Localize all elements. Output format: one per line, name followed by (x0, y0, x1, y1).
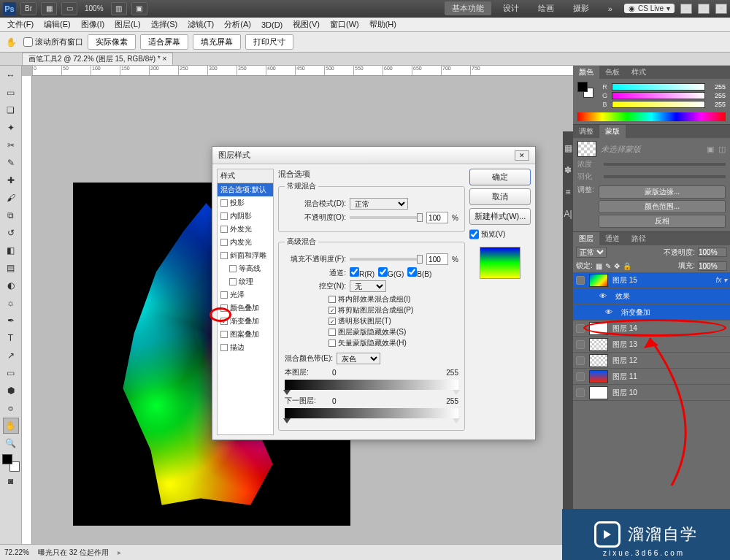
eraser-tool-icon[interactable]: ◧ (3, 242, 19, 258)
blur-tool-icon[interactable]: ◐ (3, 277, 19, 294)
maximize-button[interactable]: □ (698, 4, 710, 14)
ribbon-swatch-icon[interactable]: ▦ (564, 143, 572, 153)
color-swatch[interactable] (577, 82, 593, 98)
layer-thumb[interactable] (589, 370, 608, 383)
style-pattern-overlay[interactable]: 图案叠加 (218, 328, 273, 341)
status-zoom[interactable]: 72.22% (4, 548, 29, 556)
stamp-tool-icon[interactable]: ⧉ (3, 207, 19, 223)
type-tool-icon[interactable]: T (3, 330, 19, 346)
scroll-all-windows-check[interactable]: 滚动所有窗口 (23, 37, 83, 47)
menu-image[interactable]: 图像(I) (77, 18, 109, 31)
vector-mask-hide-check[interactable]: 矢量蒙版隐藏效果(H) (328, 338, 458, 348)
tab-paths[interactable]: 路径 (626, 232, 652, 245)
layer-row[interactable]: 图层 12 (573, 353, 730, 369)
style-gradient-overlay[interactable]: ✓渐变叠加 (218, 315, 273, 328)
cslive-button[interactable]: ◉CS Live▾ (624, 4, 675, 13)
fg-bg-swatch[interactable] (2, 454, 20, 472)
blend-interior-check[interactable]: 将内部效果混合成组(I) (328, 294, 458, 304)
fill-opacity-value[interactable] (426, 253, 448, 265)
minimize-button[interactable]: – (680, 4, 692, 14)
opacity-value[interactable] (426, 212, 448, 223)
r-value[interactable]: 255 (708, 83, 726, 91)
tab-adjust[interactable]: 调整 (573, 125, 599, 138)
path-tool-icon[interactable]: ↗ (3, 348, 19, 364)
ribbon-brush-icon[interactable]: ✽ (564, 165, 572, 175)
style-outer-glow[interactable]: 外发光 (218, 223, 273, 236)
3d-tool-icon[interactable]: ⬢ (3, 383, 19, 399)
visibility-icon[interactable] (576, 356, 585, 365)
layer-thumb[interactable] (589, 322, 608, 335)
b-slider[interactable] (612, 101, 705, 108)
brush-tool-icon[interactable]: 🖌 (3, 190, 19, 206)
ok-button[interactable]: 确定 (469, 169, 531, 185)
hand-tool-icon-2[interactable]: ✋ (3, 418, 19, 434)
vector-mask-icon[interactable]: ◫ (718, 145, 726, 154)
opacity-input[interactable] (698, 248, 727, 257)
wand-tool-icon[interactable]: ✦ (3, 120, 19, 136)
menu-select[interactable]: 选择(S) (147, 18, 182, 31)
mask-thumb[interactable] (577, 141, 596, 157)
workspace-more-icon[interactable]: » (601, 3, 620, 15)
layer-thumb[interactable] (589, 386, 608, 399)
lock-paint-icon[interactable]: ✎ (605, 262, 611, 270)
tab-layers[interactable]: 图层 (573, 232, 599, 245)
new-style-button[interactable]: 新建样式(W)... (469, 208, 531, 225)
preview-check[interactable]: 预览(V) (469, 229, 531, 239)
close-button[interactable]: ✕ (715, 4, 727, 14)
workspace-paint[interactable]: 绘画 (531, 1, 561, 15)
visibility-icon[interactable] (576, 324, 585, 333)
color-range-button[interactable]: 颜色范围... (599, 200, 726, 213)
crop-tool-icon[interactable]: ✂ (3, 137, 19, 153)
menu-help[interactable]: 帮助(H) (365, 18, 401, 31)
style-color-overlay[interactable]: 颜色叠加 (218, 302, 273, 315)
style-stroke[interactable]: 描边 (218, 341, 273, 354)
layer-row[interactable]: 图层 11 (573, 369, 730, 385)
menu-layer[interactable]: 图层(L) (110, 18, 145, 31)
print-size-button[interactable]: 打印尺寸 (245, 34, 293, 50)
eye-icon[interactable]: 👁 (605, 308, 612, 316)
menu-window[interactable]: 窗口(W) (326, 18, 364, 31)
pen-tool-icon[interactable]: ✒ (3, 312, 19, 329)
document-tab[interactable]: 画笔工具2 @ 72.2% (图层 15, RGB/8#) * × (22, 53, 173, 65)
layer-fx-item[interactable]: 👁渐变叠加 (573, 304, 730, 321)
layer-mask-hide-check[interactable]: 图层蒙版隐藏效果(S) (328, 327, 458, 337)
feather-slider[interactable] (604, 175, 726, 178)
visibility-icon[interactable] (576, 340, 585, 349)
pixel-mask-icon[interactable]: ▣ (707, 145, 714, 154)
fx-badge[interactable]: fx ▾ (715, 276, 727, 284)
under-layer-band[interactable] (285, 408, 458, 418)
channel-g-check[interactable]: G(G) (378, 267, 404, 278)
cancel-button[interactable]: 取消 (469, 188, 531, 205)
spectrum-ramp[interactable] (577, 112, 726, 121)
menu-3d[interactable]: 3D(D) (257, 19, 287, 31)
layer-thumb[interactable] (589, 274, 608, 287)
transparency-shapes-check[interactable]: ✓透明形状图层(T) (328, 316, 458, 326)
layer-row[interactable]: 图层 10 (573, 385, 730, 401)
g-value[interactable]: 255 (708, 92, 726, 99)
style-texture[interactable]: 纹理 (218, 275, 273, 288)
ribbon-char-icon[interactable]: A| (564, 209, 572, 219)
layer-fx-row[interactable]: 👁效果 (573, 288, 730, 304)
menu-file[interactable]: 文件(F) (3, 18, 38, 31)
tab-swatch[interactable]: 色板 (599, 66, 626, 79)
opacity-slider[interactable] (350, 216, 423, 219)
lock-trans-icon[interactable]: ▦ (596, 262, 602, 270)
lasso-tool-icon[interactable]: ❏ (3, 102, 19, 118)
workspace-basic[interactable]: 基本功能 (445, 1, 491, 15)
style-blending-options[interactable]: 混合选项:默认 (218, 183, 273, 196)
workspace-design[interactable]: 设计 (496, 1, 526, 15)
fill-input[interactable] (698, 261, 727, 271)
history-brush-icon[interactable]: ↺ (3, 225, 19, 241)
b-value[interactable]: 255 (708, 101, 726, 108)
screen-mode-icon[interactable]: ▣ (131, 2, 147, 15)
style-bevel[interactable]: 斜面和浮雕 (218, 249, 273, 262)
view-extras-icon[interactable]: ▭ (61, 2, 77, 15)
eye-icon[interactable]: 👁 (599, 292, 607, 300)
style-inner-glow[interactable]: 内发光 (218, 236, 273, 249)
g-slider[interactable] (612, 92, 705, 99)
fill-opacity-slider[interactable] (350, 258, 423, 261)
move-tool-icon[interactable]: ↔ (3, 67, 19, 83)
blend-if-select[interactable]: 灰色 (337, 353, 380, 364)
actual-pixels-button[interactable]: 实际像素 (88, 34, 136, 50)
layer-thumb[interactable] (589, 354, 608, 367)
